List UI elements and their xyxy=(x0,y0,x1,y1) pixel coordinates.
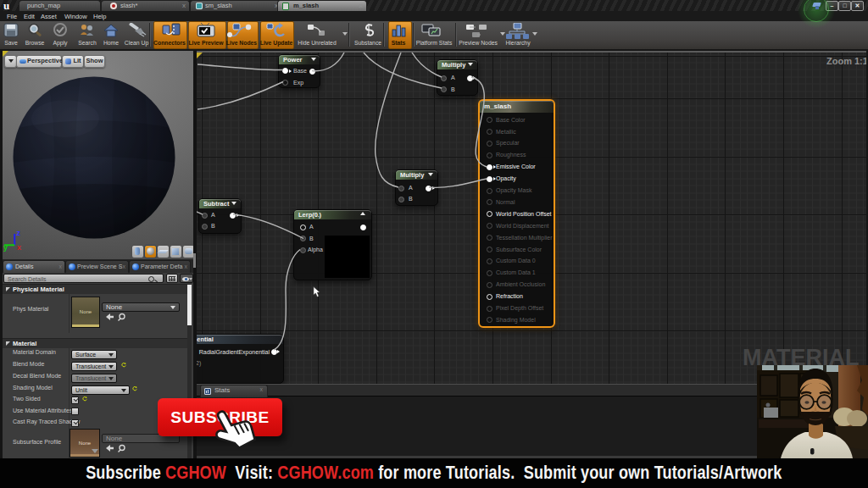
svg-text:z: z xyxy=(17,229,21,237)
svg-text:y: y xyxy=(3,243,8,252)
svg-text:x: x xyxy=(17,243,21,252)
